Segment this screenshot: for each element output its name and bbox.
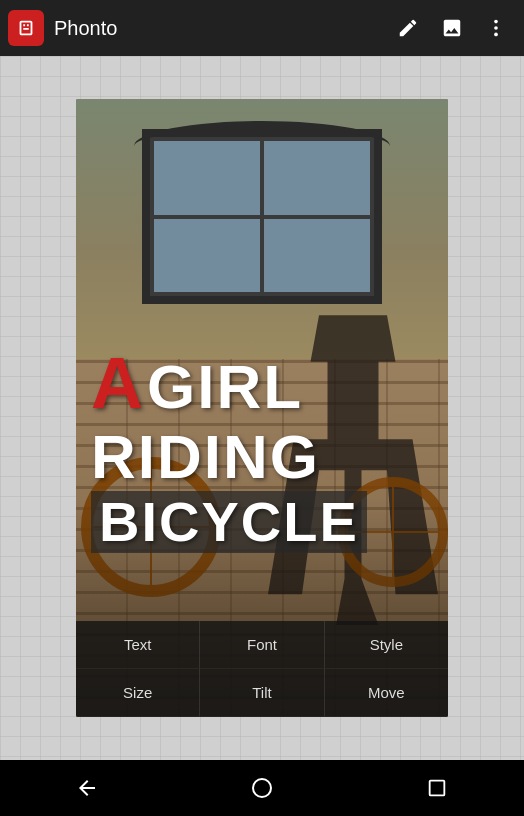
toolbar-icons xyxy=(388,8,516,48)
controls-row2: Size Tilt Move xyxy=(76,669,448,717)
photo-card[interactable]: AGIRL RIDING BICYCLE Text Font Style Siz… xyxy=(76,99,448,717)
text-overlay: AGIRL RIDING BICYCLE xyxy=(76,334,448,563)
image-button[interactable] xyxy=(432,8,472,48)
more-button[interactable] xyxy=(476,8,516,48)
home-button[interactable] xyxy=(232,766,292,810)
tilt-button[interactable]: Tilt xyxy=(200,669,324,717)
style-button[interactable]: Style xyxy=(325,621,448,669)
upper-section xyxy=(76,99,448,359)
svg-point-1 xyxy=(494,26,498,30)
svg-point-2 xyxy=(494,33,498,37)
app-logo xyxy=(8,10,44,46)
font-button[interactable]: Font xyxy=(200,621,324,669)
svg-point-0 xyxy=(494,20,498,24)
recents-button[interactable] xyxy=(407,766,467,810)
move-button[interactable]: Move xyxy=(325,669,448,717)
controls-row1: Text Font Style xyxy=(76,621,448,669)
letter-a: A xyxy=(91,344,145,423)
text-line1: AGIRL xyxy=(91,344,433,423)
svg-point-3 xyxy=(253,779,271,797)
back-button[interactable] xyxy=(57,766,117,810)
text-line3: BICYCLE xyxy=(91,491,367,553)
main-text: AGIRL RIDING BICYCLE xyxy=(91,344,433,553)
size-button[interactable]: Size xyxy=(76,669,200,717)
app-bar: Phonto xyxy=(0,0,524,56)
text-button[interactable]: Text xyxy=(76,621,200,669)
text-line2: RIDING xyxy=(91,423,433,491)
edit-button[interactable] xyxy=(388,8,428,48)
controls-overlay: Text Font Style Size Tilt Move xyxy=(76,621,448,717)
nav-bar xyxy=(0,760,524,816)
main-content: AGIRL RIDING BICYCLE Text Font Style Siz… xyxy=(0,56,524,760)
app-title: Phonto xyxy=(54,17,388,40)
svg-rect-4 xyxy=(429,781,444,796)
